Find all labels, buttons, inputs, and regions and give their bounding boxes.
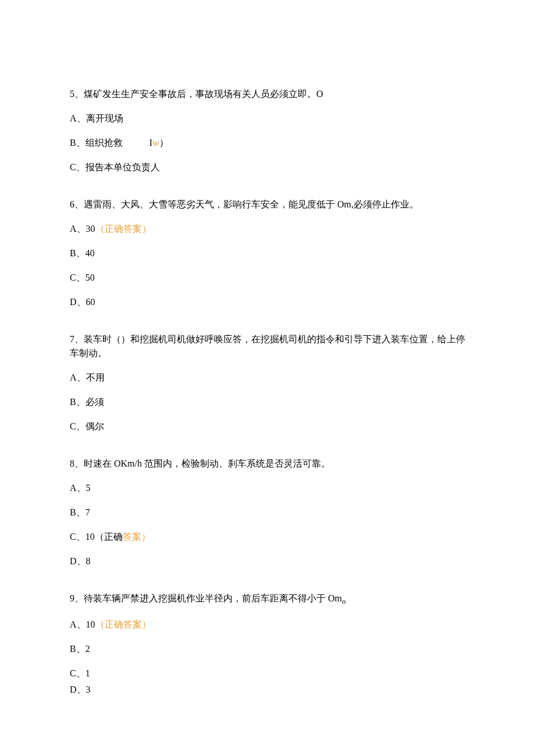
question-block-6: 6、遇雷雨、大风、大雪等恶劣天气，影响行车安全，能见度低于 Om,必须停止作业。… [70,198,465,309]
option-label: B、 [70,507,85,517]
option-label: B、 [70,248,85,258]
option-d: D、60 [70,295,465,309]
question-number: 5 [70,89,74,99]
question-content: 、时速在 OKm/h 范围内，检验制动、刹车系统是否灵活可靠。 [74,458,330,468]
question-number: 8 [70,458,74,468]
option-label: D、 [70,297,86,307]
option-label: B、 [70,138,85,148]
option-value: 8 [86,556,91,566]
option-value: 报告本单位负责人 [85,162,160,172]
option-value: 1 [85,668,90,678]
option-value: 必须 [85,397,104,407]
option-c: C、50 [70,271,465,285]
option-value: 10 [85,532,95,542]
option-value: 10 [86,619,95,629]
option-label: A、 [70,113,86,123]
question-text: 8、时速在 OKm/h 范围内，检验制动、刹车系统是否灵活可靠。 [70,457,465,471]
option-b: B、40 [70,246,465,260]
option-value: 7 [85,507,90,517]
option-label: B、 [70,397,85,407]
option-a: A、不用 [70,371,465,385]
option-value: 40 [85,248,95,258]
option-c: C、1 [70,667,465,680]
option-c: C、10（正确答案） [70,530,465,544]
question-number: 9 [70,593,74,603]
option-label: A、 [70,372,86,382]
question-number: 7 [70,334,74,344]
option-c: C、偶尔 [70,420,465,433]
question-text: 9、待装车辆严禁进入挖掘机作业半径内，前后车距离不得小于 Omo [70,592,465,607]
option-a: A、30（正确答案） [70,222,465,236]
question-block-8: 8、时速在 OKm/h 范围内，检验制动、刹车系统是否灵活可靠。 A、5 B、7… [70,457,465,568]
question-subscript: o [342,597,346,605]
option-a: A、离开现场 [70,112,465,126]
option-d: D、3 [70,683,465,697]
option-label: C、 [70,421,85,431]
option-value: 5 [86,483,91,493]
option-value: 不用 [86,372,105,382]
option-value: 50 [85,273,95,282]
question-block-5: 5、煤矿发生生产安全事故后，事故现场有关人员必须立即。O A、离开现场 B、组织… [70,87,465,174]
option-value: 3 [86,685,91,694]
option-a: A、5 [70,481,465,495]
option-value: 离开现场 [86,113,123,123]
option-value: 30 [86,224,95,234]
option-d: D、8 [70,554,465,568]
question-text: 5、煤矿发生生产安全事故后，事故现场有关人员必须立即。O [70,87,465,101]
option-label: A、 [70,619,86,629]
option-label: C、 [70,668,85,678]
correct-answer-marker: （正确答案） [95,224,151,234]
correct-answer-marker: （正确答案） [95,532,151,542]
question-text: 7、装车时（）和挖掘机司机做好呼唤应答，在挖掘机司机的指令和引导下进入装车位置，… [70,332,465,360]
option-label: A、 [70,224,86,234]
option-a: A、10（正确答案） [70,618,465,632]
question-block-7: 7、装车时（）和挖掘机司机做好呼唤应答，在挖掘机司机的指令和引导下进入装车位置，… [70,332,465,433]
option-value: 组织抢救 [85,138,123,148]
question-content: 、煤矿发生生产安全事故后，事故现场有关人员必须立即。O [74,89,323,99]
option-label: C、 [70,162,85,172]
option-value: 偶尔 [85,421,104,431]
option-value: 60 [86,297,95,307]
option-marker: Iw） [149,138,169,148]
option-label: D、 [70,556,86,566]
question-text: 6、遇雷雨、大风、大雪等恶劣天气，影响行车安全，能见度低于 Om,必须停止作业。 [70,198,465,212]
question-content: 、装车时（）和挖掘机司机做好呼唤应答，在挖掘机司机的指令和引导下进入装车位置，给… [70,334,465,358]
option-label: D、 [70,685,86,694]
question-content: 、遇雷雨、大风、大雪等恶劣天气，影响行车安全，能见度低于 Om,必须停止作业。 [74,199,419,209]
correct-answer-marker: （正确答案） [95,619,151,629]
option-label: B、 [70,644,85,654]
question-number: 6 [70,199,74,209]
option-value: 2 [85,644,90,654]
option-b: B、必须 [70,395,465,409]
option-label: A、 [70,483,86,493]
question-content: 、待装车辆严禁进入挖掘机作业半径内，前后车距离不得小于 Om [74,593,342,603]
option-b: B、7 [70,506,465,519]
option-b: B、2 [70,642,465,656]
option-label: C、 [70,273,85,282]
option-c: C、报告本单位负责人 [70,160,465,174]
option-b: B、组织抢救Iw） [70,136,465,150]
option-label: C、 [70,532,85,542]
question-block-9: 9、待装车辆严禁进入挖掘机作业半径内，前后车距离不得小于 Omo A、10（正确… [70,592,465,697]
